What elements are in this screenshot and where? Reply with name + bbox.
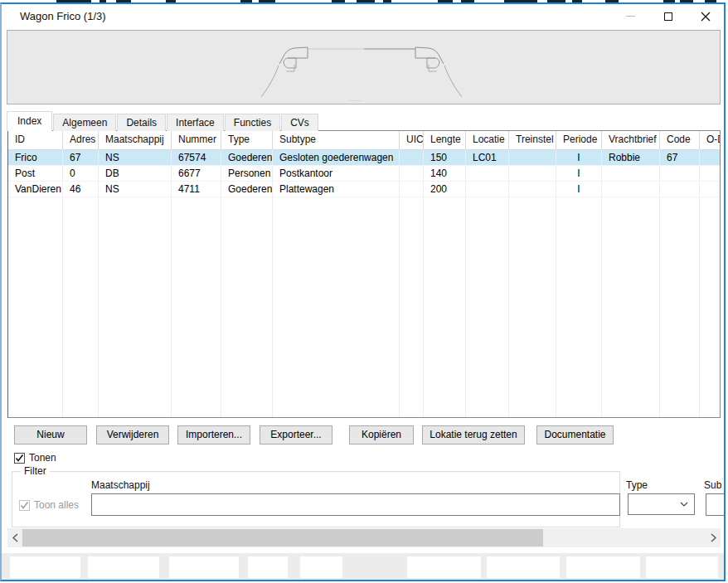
column-header-type[interactable]: Type [221,131,273,149]
table-cell: NS [99,150,172,165]
background-cell [407,556,481,578]
tab-functies[interactable]: Functies [225,114,280,131]
check-icon [20,501,29,510]
column-header-treinstel[interactable]: Treinstel [509,131,556,149]
close-icon [701,12,711,22]
minimize-button[interactable] [612,4,649,28]
new-button[interactable]: Nieuw [14,425,87,445]
column-header-maatschappij[interactable]: Maatschappij [99,131,172,149]
window-title: Wagon Frico (1/3) [20,4,106,28]
table-cell [400,150,424,165]
background-grid-panel [2,553,724,580]
table-cell [660,182,700,197]
background-cell [248,556,288,578]
table-header: IDAdresMaatschappijNummerTypeSubtypeUICL… [8,131,720,150]
horizontal-scrollbar[interactable] [7,528,721,547]
copy-button[interactable]: Kopiëren [349,425,414,445]
background-cell [300,556,342,578]
import-button[interactable]: Importeren... [177,425,250,445]
tab-algemeen[interactable]: Algemeen [53,114,116,131]
table-body: Frico67NS67574GoederenGesloten goederenw… [8,150,720,197]
table-cell: 46 [63,182,99,197]
chevron-right-icon [711,533,716,542]
table-gridline [602,197,660,417]
scrollbar-thumb[interactable] [22,529,543,547]
screen: Wagon Frico (1/3) [0,0,728,583]
column-header-adres[interactable]: Adres [63,131,99,149]
tab-cvs[interactable]: CVs [281,114,318,131]
table-cell [509,182,556,197]
wagon-table: IDAdresMaatschappijNummerTypeSubtypeUICL… [7,130,721,418]
wagon-frico-window: Wagon Frico (1/3) [0,2,726,581]
table-cell: Personen [221,166,273,181]
scroll-left-button[interactable] [7,528,22,547]
chevron-left-icon [12,533,18,542]
scroll-right-button[interactable] [706,528,721,547]
table-cell [400,182,424,197]
maatschappij-label: Maatschappij [91,479,150,491]
toon-alles-checkbox: Toon alles [19,499,79,511]
table-cell [509,150,556,165]
table-gridline [63,197,99,417]
column-header-code[interactable]: Code [660,131,700,149]
table-cell: 150 [424,150,466,165]
reset-location-button[interactable]: Lokatie terug zetten [422,425,525,445]
table-cell: NS [99,182,172,197]
table-cell: 67 [63,150,99,165]
tab-index[interactable]: Index [7,111,52,131]
close-button[interactable] [687,4,724,28]
type-label: Type [626,479,648,491]
background-cell [487,556,560,578]
background-cell [566,556,640,578]
caption-buttons [612,4,724,28]
delete-button[interactable]: Verwijderen [96,425,169,445]
table-cell [400,166,424,181]
table-row[interactable]: VanDieren46NS4711GoederenPlattewagen200I [8,182,720,197]
table-cell [660,166,700,181]
table-cell [602,166,660,181]
table-cell: Gesloten goederenwagen [273,150,400,165]
table-cell [602,182,660,197]
column-header-vrachtbrief[interactable]: Vrachtbrief [602,131,660,149]
title-bar: Wagon Frico (1/3) [2,4,724,28]
table-cell: 67574 [172,150,221,165]
table-cell [509,166,556,181]
export-button[interactable]: Exporteer... [260,425,332,445]
table-gridline [400,197,424,417]
maximize-button[interactable] [649,4,687,28]
table-cell [700,150,721,165]
tab-interface[interactable]: Interface [167,114,224,131]
table-gridline [172,197,221,417]
minimize-icon [626,16,635,17]
background-cell [169,556,239,578]
tonen-label: Tonen [29,452,56,464]
column-header-o-d[interactable]: O-D [700,131,721,149]
toon-alles-checkbox-box [19,500,30,511]
column-header-lengte[interactable]: Lengte [424,131,466,149]
table-cell [466,182,509,197]
table-cell: I [556,150,602,165]
column-header-periode[interactable]: Periode [556,131,602,149]
table-empty-area [8,197,720,417]
table-cell [700,166,721,181]
maatschappij-input[interactable] [91,493,620,516]
table-gridline [424,197,466,417]
check-icon [15,454,24,463]
subtype-input[interactable] [706,493,726,516]
wagon-drawing [7,31,720,104]
column-header-id[interactable]: ID [8,131,63,149]
documentation-button[interactable]: Documentatie [536,425,614,445]
column-header-locatie[interactable]: Locatie [466,131,509,149]
table-cell: DB [99,166,172,181]
column-header-nummer[interactable]: Nummer [172,131,221,149]
type-select[interactable] [628,493,695,515]
column-header-uic[interactable]: UIC [400,131,424,149]
table-cell: Goederen [221,182,273,197]
table-cell: I [556,166,602,181]
table-row[interactable]: Frico67NS67574GoederenGesloten goederenw… [8,150,720,166]
tonen-checkbox[interactable]: Tonen [14,452,56,464]
table-cell: Plattewagen [273,182,400,197]
tab-details[interactable]: Details [117,114,166,131]
column-header-subtype[interactable]: Subtype [273,131,400,149]
table-row[interactable]: Post0DB6677PersonenPostkantoor140I [8,166,720,182]
